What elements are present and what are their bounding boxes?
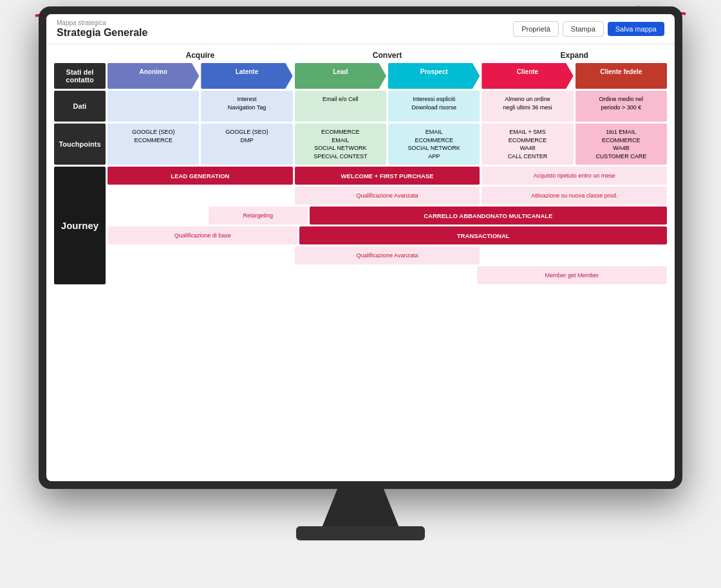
journey-row-2: Qualificazione Avanzata Attivazione su n… <box>108 187 667 205</box>
journey-empty-1 <box>108 187 293 205</box>
journey-empty-3 <box>108 246 293 264</box>
page-title: Strategia Generale <box>57 27 147 39</box>
badge-anonimo[interactable]: Anonimo <box>108 63 199 89</box>
main-content: Acquire Convert Expand Stati del contatt… <box>46 44 675 476</box>
journey-row-5: Qualificazione Avanzata <box>108 246 667 264</box>
badge-prospect[interactable]: Prospect <box>388 63 480 89</box>
dati-cell-4: Almeno un ordine negli ultimi 36 mesi <box>482 91 573 122</box>
journey-row-4: Qualificazione di base TRANSACTIONAL <box>108 226 667 244</box>
print-button[interactable]: Stampa <box>563 21 604 37</box>
header-buttons: Proprietà Stampa Salva mappa <box>513 21 664 37</box>
journey-row-3: Retargeting CARRELLO ABBANDONATO MULTICA… <box>108 207 667 225</box>
status-label: Stati del contatto <box>54 63 106 89</box>
badge-latente[interactable]: Latente <box>201 63 292 89</box>
touch-cell-0: GOOGLE (SEO) ECOMMERCE <box>108 124 199 165</box>
touch-cell-4: EMAIL + SMS ECOMMERCE WA48 CALL CENTER <box>482 124 573 165</box>
journey-rows: LEAD GENERATION WELCOME + FIRST PURCHASE… <box>108 167 667 284</box>
attivazione-item[interactable]: Attivazione su nuova classe prod. <box>482 187 667 205</box>
phase-expand: Expand <box>482 51 667 60</box>
journey-empty-4 <box>482 246 667 264</box>
phase-headers: Acquire Convert Expand <box>54 51 667 60</box>
carrello-abbandonato-item[interactable]: CARRELLO ABBANDONATO MULTICANALE <box>310 207 667 225</box>
dati-cell-1: Interest Navigation Tag <box>201 91 292 122</box>
qualificazione-avanzata-2[interactable]: Qualificazione Avanzata <box>295 246 480 264</box>
journey-row-1: LEAD GENERATION WELCOME + FIRST PURCHASE… <box>108 167 667 185</box>
dati-row: Dati Interest Navigation Tag Email e/o C… <box>54 91 667 122</box>
monitor-stand <box>322 489 399 528</box>
qualificazione-base-item[interactable]: Qualificazione di base <box>108 226 297 244</box>
dati-cell-5: Ordine medio nel periodo > 300 € <box>576 91 667 122</box>
lead-generation-item[interactable]: LEAD GENERATION <box>108 167 293 185</box>
badge-cliente[interactable]: Cliente <box>482 63 573 89</box>
journey-section: Journey LEAD GENERATION WELCOME + FIRST … <box>54 167 667 284</box>
monitor-base <box>296 526 425 540</box>
badge-fedele[interactable]: Cliente fedele <box>576 63 667 89</box>
properties-button[interactable]: Proprietà <box>513 21 559 37</box>
touchpoints-cells: GOOGLE (SEO) ECOMMERCE GOOGLE (SEO) DMP … <box>108 124 667 165</box>
touch-cell-1: GOOGLE (SEO) DMP <box>201 124 292 165</box>
transactional-item[interactable]: TRANSACTIONAL <box>299 226 667 244</box>
dati-cell-2: Email e/o Cell <box>295 91 386 122</box>
journey-row-6: Member get Member <box>108 266 667 284</box>
badge-lead[interactable]: Lead <box>295 63 386 89</box>
touchpoints-row: Touchpoints GOOGLE (SEO) ECOMMERCE GOOGL… <box>54 124 667 165</box>
save-button[interactable]: Salva mappa <box>608 22 664 36</box>
touch-cell-5: 1to1 EMAIL ECOMMERCE WA4B CUSTOMER CARE <box>576 124 667 165</box>
status-badges: Anonimo Latente Lead Prospect Cliente Cl… <box>108 63 667 89</box>
app-header: Mappa strategica Strategia Generale Prop… <box>46 14 675 44</box>
status-row: Stati del contatto Anonimo Latente Lead … <box>54 63 667 89</box>
strategic-map: Acquire Convert Expand Stati del contatt… <box>54 51 667 284</box>
qualificazione-avanzata-1[interactable]: Qualificazione Avanzata <box>295 187 480 205</box>
breadcrumb: Mappa strategica <box>57 19 147 26</box>
member-get-member-item[interactable]: Member get Member <box>477 266 667 284</box>
journey-empty-5 <box>108 266 475 284</box>
touch-cell-3: EMAIL ECOMMERCE SOCIAL NETWORK APP <box>388 124 480 165</box>
journey-empty-2 <box>108 207 207 225</box>
dati-label: Dati <box>54 91 106 122</box>
journey-label: Journey <box>54 167 106 284</box>
header-left: Mappa strategica Strategia Generale <box>57 19 147 39</box>
monitor-screen: Mappa strategica Strategia Generale Prop… <box>46 14 675 481</box>
phase-convert: Convert <box>295 51 480 60</box>
monitor-shell: Mappa strategica Strategia Generale Prop… <box>39 6 682 489</box>
touchpoints-label: Touchpoints <box>54 124 106 165</box>
touch-cell-2: ECOMMERCE EMAIL SOCIAL NETWORK SPECIAL C… <box>295 124 386 165</box>
dati-cell-3: Interessi espliciti Download risorse <box>388 91 480 122</box>
phase-acquire: Acquire <box>108 51 293 60</box>
welcome-first-purchase-item[interactable]: WELCOME + FIRST PURCHASE <box>295 167 480 185</box>
dati-cells: Interest Navigation Tag Email e/o Cell I… <box>108 91 667 122</box>
dati-cell-0 <box>108 91 199 122</box>
acquisto-ripetuto-item[interactable]: Acquisto ripetuto entro un mese <box>482 167 667 185</box>
retargeting-item[interactable]: Retargeting <box>209 207 308 225</box>
